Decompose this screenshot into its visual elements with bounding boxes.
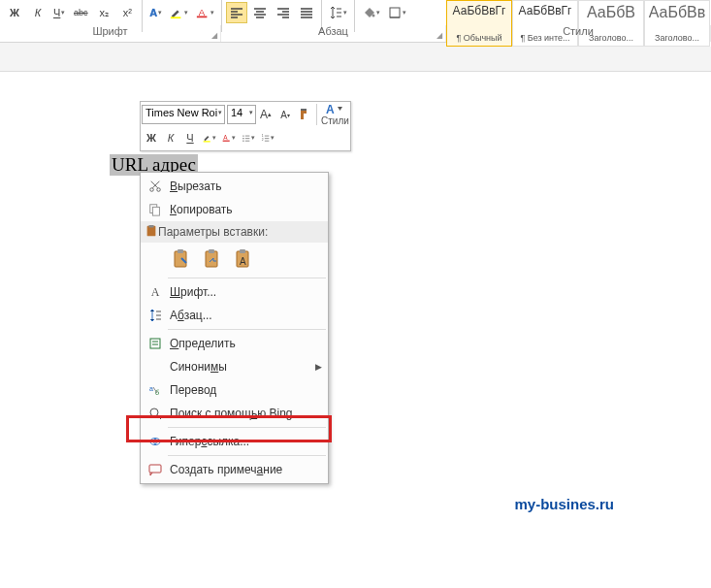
- context-menu: Вырезать Копировать Параметры вставки: A…: [140, 172, 329, 484]
- mini-numbering-button[interactable]: 12▾: [258, 128, 277, 147]
- svg-point-10: [242, 135, 243, 136]
- menu-translate[interactable]: aб Перевод: [141, 378, 328, 402]
- paste-merge-button[interactable]: [201, 246, 224, 272]
- line-spacing-icon: [329, 6, 342, 19]
- menu-hyperlink[interactable]: Гиперссылка...: [141, 430, 328, 453]
- svg-text:A: A: [223, 134, 228, 141]
- font-group-label: Шрифт◢: [0, 25, 221, 42]
- mini-bullets-button[interactable]: ▾: [239, 128, 258, 147]
- menu-synonyms[interactable]: Синонимы ▶: [141, 355, 328, 378]
- bold-button[interactable]: Ж: [4, 2, 25, 23]
- svg-text:2: 2: [262, 138, 264, 142]
- superscript-button[interactable]: x²: [116, 2, 138, 23]
- align-justify-button[interactable]: [296, 2, 317, 23]
- align-left-button[interactable]: [226, 2, 247, 23]
- text-effects-button[interactable]: A▾: [146, 2, 165, 23]
- mini-font-name-combo[interactable]: Times New Roi▾: [142, 105, 225, 124]
- align-center-button[interactable]: [249, 2, 271, 23]
- menu-cut[interactable]: Вырезать: [141, 175, 328, 198]
- borders-button[interactable]: ▾: [385, 2, 409, 23]
- watermark-text: my-busines.ru: [514, 496, 614, 512]
- strike-button[interactable]: abc: [70, 2, 91, 23]
- menu-search-bing[interactable]: Поиск с помощью Bing: [141, 402, 328, 425]
- font-color-button[interactable]: A▾: [193, 2, 217, 23]
- align-left-icon: [230, 6, 243, 19]
- mini-styles-button[interactable]: A Стили: [321, 104, 349, 126]
- menu-paste-options-row: A: [141, 243, 328, 276]
- clipboard-paintbrush-icon: [172, 248, 191, 270]
- font-color-icon: A: [222, 131, 231, 145]
- grow-font-button[interactable]: A▴: [256, 105, 275, 124]
- menu-paragraph-label: Абзац...: [170, 309, 212, 322]
- border-icon: [388, 6, 402, 19]
- italic-button[interactable]: К: [27, 2, 48, 23]
- menu-copy-label: Копировать: [170, 203, 233, 216]
- link-icon: [145, 435, 166, 448]
- menu-copy[interactable]: Копировать: [141, 198, 328, 221]
- line-spacing-button[interactable]: ▾: [326, 2, 350, 23]
- align-right-button[interactable]: [273, 2, 294, 23]
- ribbon-group-labels: Шрифт◢ Абзац◢ Стили: [0, 25, 711, 43]
- letter-a-icon: A: [145, 285, 166, 300]
- svg-text:A: A: [240, 256, 246, 267]
- ruler-area: [0, 43, 711, 72]
- menu-paragraph[interactable]: Абзац...: [141, 304, 328, 327]
- clipboard-arrow-icon: [203, 248, 222, 270]
- svg-point-12: [242, 141, 243, 142]
- underline-button[interactable]: Ч▾: [50, 2, 68, 23]
- svg-rect-9: [223, 141, 230, 142]
- svg-point-11: [242, 138, 243, 139]
- shading-button[interactable]: ▾: [359, 2, 383, 23]
- format-painter-button[interactable]: [295, 105, 314, 124]
- paste-text-only-button[interactable]: A: [232, 246, 255, 272]
- paragraph-icon: [145, 309, 166, 322]
- font-dialog-launcher[interactable]: ◢: [211, 31, 217, 40]
- paintbrush-icon: [298, 108, 311, 121]
- highlighter-icon: [203, 131, 211, 145]
- dictionary-icon: [145, 337, 166, 350]
- clipboard-icon: [145, 224, 158, 241]
- paragraph-dialog-launcher[interactable]: ◢: [436, 31, 442, 40]
- mini-font-color-button[interactable]: A▾: [219, 128, 239, 147]
- svg-point-31: [150, 408, 158, 416]
- paste-keep-source-button[interactable]: [170, 246, 193, 272]
- menu-cut-label: Вырезать: [170, 180, 221, 193]
- bucket-icon: [362, 6, 375, 19]
- menu-new-comment-label: Создать примечание: [170, 463, 282, 476]
- font-color-icon: A: [196, 6, 210, 19]
- svg-rect-7: [204, 141, 210, 142]
- bullets-icon: [242, 131, 250, 145]
- svg-rect-33: [149, 465, 161, 473]
- comment-icon: [145, 463, 166, 476]
- mini-font-size-combo[interactable]: 14▾: [227, 105, 256, 124]
- mini-bold-button[interactable]: Ж: [142, 128, 161, 147]
- menu-font-label: Шрифт...: [170, 285, 216, 299]
- menu-define[interactable]: Определить: [141, 332, 328, 355]
- clipboard-a-icon: A: [234, 248, 253, 270]
- styles-icon: A: [326, 104, 343, 115]
- styles-group-label: Стили: [446, 25, 711, 42]
- svg-rect-18: [152, 207, 159, 215]
- mini-toolbar: Times New Roi▾ 14▾ A▴ A▾ A Стили Ж К Ч ▾…: [140, 101, 351, 151]
- highlight-color-button[interactable]: ▾: [167, 2, 191, 23]
- menu-font[interactable]: A Шрифт...: [141, 280, 328, 304]
- svg-rect-2: [197, 16, 208, 18]
- menu-synonyms-label: Синонимы: [170, 360, 227, 374]
- mini-italic-button[interactable]: К: [161, 128, 180, 147]
- svg-rect-5: [301, 109, 307, 111]
- menu-new-comment[interactable]: Создать примечание: [141, 458, 328, 481]
- numbering-icon: 12: [261, 131, 270, 145]
- svg-point-3: [372, 15, 375, 17]
- search-icon: [145, 407, 166, 420]
- svg-rect-4: [390, 8, 400, 17]
- subscript-button[interactable]: x₂: [93, 2, 114, 23]
- svg-rect-22: [178, 249, 183, 253]
- svg-rect-24: [209, 249, 214, 253]
- svg-rect-23: [206, 251, 217, 267]
- mini-highlight-button[interactable]: ▾: [200, 128, 219, 147]
- shrink-font-button[interactable]: A▾: [275, 105, 295, 124]
- highlighter-icon: [170, 6, 183, 19]
- svg-rect-21: [175, 251, 186, 267]
- svg-text:a: a: [149, 385, 153, 392]
- mini-underline-button[interactable]: Ч: [180, 128, 200, 147]
